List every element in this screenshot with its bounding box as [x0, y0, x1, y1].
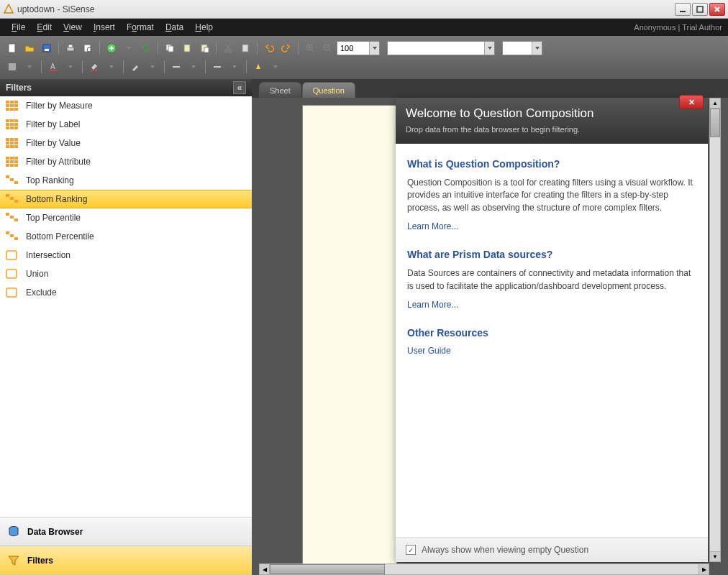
clipboard-button[interactable] — [237, 40, 253, 56]
svg-rect-31 — [14, 104, 18, 107]
filter-item-top-percentile[interactable]: Top Percentile — [0, 208, 252, 227]
filter-icon — [6, 101, 19, 111]
svg-rect-25 — [214, 66, 221, 68]
zoom-input[interactable] — [337, 44, 369, 52]
border-2-button[interactable] — [209, 59, 225, 75]
sidebar-tab-label: Data Browser — [27, 527, 83, 537]
close-button[interactable] — [709, 3, 725, 16]
filter-item-bottom-percentile[interactable]: Bottom Percentile — [0, 227, 252, 246]
scroll-right-icon[interactable]: ▶ — [699, 564, 709, 574]
menu-data[interactable]: Data — [160, 21, 189, 34]
always-show-checkbox[interactable]: ✓ — [406, 545, 416, 555]
tab-sheet[interactable]: Sheet — [259, 82, 301, 98]
filter-icon — [6, 175, 19, 185]
welcome-link[interactable]: Learn More... — [407, 300, 458, 310]
collapse-sidebar-button[interactable]: « — [233, 81, 246, 94]
scroll-up-icon[interactable]: ▲ — [710, 98, 720, 109]
maximize-button[interactable] — [692, 3, 708, 16]
filter-item-exclude[interactable]: Exclude — [0, 283, 252, 302]
svg-rect-33 — [10, 108, 14, 111]
effects-button[interactable] — [250, 59, 266, 75]
filter-label: Bottom Ranking — [26, 194, 87, 204]
filter-item-top-ranking[interactable]: Top Ranking — [0, 171, 252, 190]
filter-item-bottom-ranking[interactable]: Bottom Ranking — [0, 190, 252, 208]
sidebar-tab-label: Filters — [27, 556, 53, 566]
menu-format[interactable]: Format — [121, 21, 160, 34]
svg-rect-74 — [6, 251, 17, 259]
welcome-panel: ✕ Welcome to Question Composition Drop d… — [396, 98, 708, 562]
zoom-out-button[interactable] — [319, 40, 335, 56]
svg-rect-45 — [10, 138, 14, 141]
font-dropdown-icon[interactable] — [63, 59, 78, 75]
filter-icon — [6, 138, 19, 148]
zoom-in-button[interactable] — [302, 40, 318, 56]
add-button[interactable] — [104, 40, 119, 56]
style-2-button[interactable] — [22, 59, 37, 75]
copy-button[interactable] — [162, 40, 178, 56]
fill-dropdown-icon[interactable] — [104, 59, 119, 75]
sidebar-tab-filters[interactable]: Filters — [0, 546, 252, 575]
welcome-link[interactable]: Learn More... — [407, 221, 458, 231]
sync-button[interactable] — [138, 40, 154, 56]
border-2-dropdown-icon[interactable] — [227, 59, 242, 75]
welcome-close-button[interactable]: ✕ — [679, 95, 704, 109]
zoom-dropdown-icon[interactable] — [369, 42, 379, 55]
undo-button[interactable] — [261, 40, 277, 56]
brush-dropdown-icon[interactable] — [145, 59, 160, 75]
hscroll-thumb[interactable] — [270, 564, 385, 574]
redo-button[interactable] — [278, 40, 294, 56]
canvas[interactable] — [302, 105, 397, 568]
welcome-link[interactable]: User Guide — [407, 346, 451, 356]
fill-color-button[interactable] — [86, 59, 102, 75]
menu-help[interactable]: Help — [189, 21, 219, 34]
paste-button[interactable] — [179, 40, 195, 56]
filter-item-filter-by-attribute[interactable]: Filter by Attribute — [0, 152, 252, 171]
scroll-left-icon[interactable]: ◀ — [260, 564, 270, 574]
toolbar: A — [0, 36, 728, 79]
menu-file[interactable]: File — [6, 21, 31, 34]
svg-rect-30 — [10, 104, 14, 107]
filter-item-filter-by-label[interactable]: Filter by Label — [0, 115, 252, 134]
canvas-wrap: ✕ Welcome to Question Composition Drop d… — [252, 98, 728, 575]
sidebar-tab-data-browser[interactable]: Data Browser — [0, 518, 252, 546]
menu-insert[interactable]: Insert — [88, 21, 121, 34]
menu-edit[interactable]: Edit — [31, 21, 58, 34]
welcome-section-heading: What is Question Composition? — [407, 158, 696, 170]
vscroll-thumb[interactable] — [710, 109, 720, 137]
vertical-scrollbar[interactable]: ▲ ▼ — [709, 98, 721, 562]
filter-item-intersection[interactable]: Intersection — [0, 246, 252, 264]
border-1-dropdown-icon[interactable] — [186, 59, 201, 75]
filter-item-filter-by-value[interactable]: Filter by Value — [0, 134, 252, 152]
paste-special-button[interactable] — [196, 40, 212, 56]
filter-item-union[interactable]: Union — [0, 264, 252, 283]
effects-dropdown-icon[interactable] — [268, 59, 283, 75]
svg-rect-66 — [10, 197, 14, 200]
filter-item-filter-by-measure[interactable]: Filter by Measure — [0, 96, 252, 115]
horizontal-scrollbar[interactable]: ◀ ▶ — [259, 564, 709, 575]
svg-text:A: A — [50, 63, 55, 70]
cut-button[interactable] — [220, 40, 236, 56]
scroll-down-icon[interactable]: ▼ — [710, 551, 720, 561]
svg-rect-61 — [14, 164, 18, 167]
open-button[interactable] — [22, 40, 37, 56]
combo-2[interactable] — [502, 41, 542, 55]
brush-button[interactable] — [127, 59, 143, 75]
print-button[interactable] — [63, 40, 78, 56]
preview-button[interactable] — [80, 40, 96, 56]
tab-question[interactable]: Question — [302, 82, 355, 98]
svg-rect-73 — [14, 237, 18, 240]
minimize-button[interactable] — [675, 3, 691, 16]
style-1-button[interactable] — [4, 59, 20, 75]
save-button[interactable] — [39, 40, 55, 56]
svg-rect-43 — [14, 126, 18, 129]
svg-rect-55 — [14, 157, 18, 160]
new-button[interactable] — [4, 40, 20, 56]
dropdown-icon[interactable] — [121, 40, 137, 56]
border-1-button[interactable] — [168, 59, 184, 75]
zoom-combo[interactable] — [337, 41, 380, 55]
svg-rect-69 — [10, 216, 14, 218]
combo-1[interactable] — [387, 41, 495, 55]
menu-view[interactable]: View — [58, 21, 88, 34]
font-color-button[interactable]: A — [45, 59, 61, 75]
svg-rect-64 — [14, 181, 18, 184]
